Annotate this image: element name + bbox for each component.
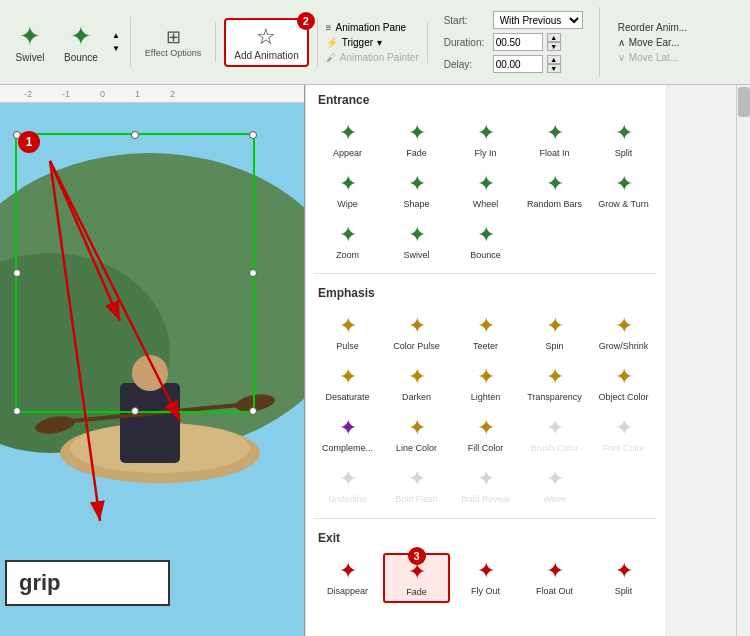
anim-icon: ✦ xyxy=(339,120,357,146)
anim-item[interactable]: ✦Swivel xyxy=(383,217,450,266)
slide-image: 1 grip xyxy=(0,103,304,636)
start-select[interactable]: With Previous On Click After Previous xyxy=(493,11,583,29)
anim-item-label: Desaturate xyxy=(325,392,369,403)
delay-input[interactable] xyxy=(493,55,543,73)
anim-item[interactable]: ✦Color Pulse xyxy=(383,308,450,357)
anim-item[interactable]: ✦Teeter xyxy=(452,308,519,357)
scrollbar-thumb[interactable] xyxy=(738,87,750,117)
animation-panel: Entrance ✦Appear✦Fade✦Fly In✦Float In✦Sp… xyxy=(305,85,665,636)
animation-pane-button[interactable]: ≡ Animation Pane xyxy=(326,22,419,33)
anim-item[interactable]: ✦Fly In xyxy=(452,115,519,164)
anim-icon: ✦ xyxy=(477,171,495,197)
anim-item-label: Wheel xyxy=(473,199,499,210)
anim-item[interactable]: ✦Split xyxy=(590,115,657,164)
selection-box xyxy=(15,133,255,413)
anim-item-label: Fade xyxy=(406,587,427,598)
move-later-icon: ∨ xyxy=(618,52,625,63)
effects-options-button[interactable]: ⊞ Effect Options xyxy=(139,22,207,62)
exit-grid: ✦Disappear3✦Fade✦Fly Out✦Float Out✦Split xyxy=(306,549,665,608)
anim-item[interactable]: ✦Spin xyxy=(521,308,588,357)
delay-label: Delay: xyxy=(444,59,489,70)
anim-item[interactable]: ✦Transparency xyxy=(521,359,588,408)
anim-icon: ✦ xyxy=(546,415,564,441)
anim-icon: ✦ xyxy=(408,120,426,146)
handle-tr[interactable] xyxy=(249,131,257,139)
handle-mr[interactable] xyxy=(249,269,257,277)
exit-header: Exit xyxy=(306,523,665,549)
trigger-button[interactable]: ⚡ Trigger ▾ xyxy=(326,37,419,48)
anim-item[interactable]: ✦Fade xyxy=(383,115,450,164)
trigger-icon: ⚡ xyxy=(326,37,338,48)
anim-icon: ✦ xyxy=(408,222,426,248)
anim-item-label: Shape xyxy=(403,199,429,210)
badge-3: 3 xyxy=(408,547,426,565)
scroll-down-button[interactable]: ▼ xyxy=(110,42,122,55)
anim-icon: ✦ xyxy=(477,466,495,492)
anim-item[interactable]: ✦Line Color xyxy=(383,410,450,459)
animation-painter-button[interactable]: 🖌 Animation Painter xyxy=(326,52,419,63)
anim-item[interactable]: 3✦Fade xyxy=(383,553,450,604)
anim-item[interactable]: ✦Lighten xyxy=(452,359,519,408)
swivel-label: Swivel xyxy=(16,52,45,63)
anim-icon: ✦ xyxy=(477,222,495,248)
delay-up-button[interactable]: ▲ xyxy=(547,55,561,64)
anim-item-label: Grow & Turn xyxy=(598,199,649,210)
anim-item[interactable]: ✦Darken xyxy=(383,359,450,408)
anim-item[interactable]: ✦Zoom xyxy=(314,217,381,266)
anim-icon: ✦ xyxy=(339,313,357,339)
anim-icon: ✦ xyxy=(546,120,564,146)
divider-2 xyxy=(314,518,657,519)
bounce-button[interactable]: ✦ Bounce xyxy=(58,17,104,67)
anim-item[interactable]: ✦Float Out xyxy=(521,553,588,604)
duration-input[interactable] xyxy=(493,33,543,51)
anim-item-label: Appear xyxy=(333,148,362,159)
anim-item: ✦Font Color xyxy=(590,410,657,459)
delay-down-button[interactable]: ▼ xyxy=(547,64,561,73)
add-animation-button[interactable]: 2 ☆ Add Animation xyxy=(224,18,309,67)
entrance-header: Entrance xyxy=(306,85,665,111)
anim-item[interactable]: ✦Fill Color xyxy=(452,410,519,459)
anim-item-label: Lighten xyxy=(471,392,501,403)
swivel-button[interactable]: ✦ Swivel xyxy=(8,17,52,67)
move-later-button[interactable]: ∨ Move Lat... xyxy=(616,51,689,64)
anim-item[interactable]: ✦Grow/Shrink xyxy=(590,308,657,357)
slide-area: -2 -1 0 1 2 xyxy=(0,85,305,636)
anim-item-label: Bounce xyxy=(470,250,501,261)
anim-item[interactable]: ✦Desaturate xyxy=(314,359,381,408)
anim-item[interactable]: ✦Compleme... xyxy=(314,410,381,459)
duration-down-button[interactable]: ▼ xyxy=(547,42,561,51)
anim-item-label: Grow/Shrink xyxy=(599,341,649,352)
anim-item[interactable]: ✦Fly Out xyxy=(452,553,519,604)
anim-item[interactable]: ✦Grow & Turn xyxy=(590,166,657,215)
move-earlier-button[interactable]: ∧ Move Ear... xyxy=(616,36,689,49)
animation-presets-group: ✦ Swivel ✦ Bounce ▲ ▼ xyxy=(0,17,131,67)
anim-item[interactable]: ✦Split xyxy=(590,553,657,604)
anim-item-label: Teeter xyxy=(473,341,498,352)
anim-item[interactable]: ✦Shape xyxy=(383,166,450,215)
anim-item[interactable]: ✦Float In xyxy=(521,115,588,164)
anim-item[interactable]: ✦Wipe xyxy=(314,166,381,215)
effects-group: ⊞ Effect Options xyxy=(131,22,216,62)
anim-item[interactable]: ✦Object Color xyxy=(590,359,657,408)
anim-item-label: Spin xyxy=(545,341,563,352)
anim-icon: ✦ xyxy=(546,313,564,339)
bounce-icon: ✦ xyxy=(70,21,92,52)
handle-bl[interactable] xyxy=(13,407,21,415)
anim-icon: ✦ xyxy=(408,466,426,492)
anim-item[interactable]: ✦Disappear xyxy=(314,553,381,604)
anim-item[interactable]: ✦Appear xyxy=(314,115,381,164)
painter-label: Animation Painter xyxy=(340,52,419,63)
handle-br[interactable] xyxy=(249,407,257,415)
anim-icon: ✦ xyxy=(546,171,564,197)
anim-item[interactable]: ✦Random Bars xyxy=(521,166,588,215)
handle-ml[interactable] xyxy=(13,269,21,277)
handle-tm[interactable] xyxy=(131,131,139,139)
anim-item[interactable]: ✦Bounce xyxy=(452,217,519,266)
anim-icon: ✦ xyxy=(615,313,633,339)
anim-item[interactable]: ✦Pulse xyxy=(314,308,381,357)
duration-up-button[interactable]: ▲ xyxy=(547,33,561,42)
handle-bm[interactable] xyxy=(131,407,139,415)
reorder-group: Reorder Anim... ∧ Move Ear... ∨ Move Lat… xyxy=(600,21,705,64)
scroll-up-button[interactable]: ▲ xyxy=(110,29,122,42)
anim-item[interactable]: ✦Wheel xyxy=(452,166,519,215)
